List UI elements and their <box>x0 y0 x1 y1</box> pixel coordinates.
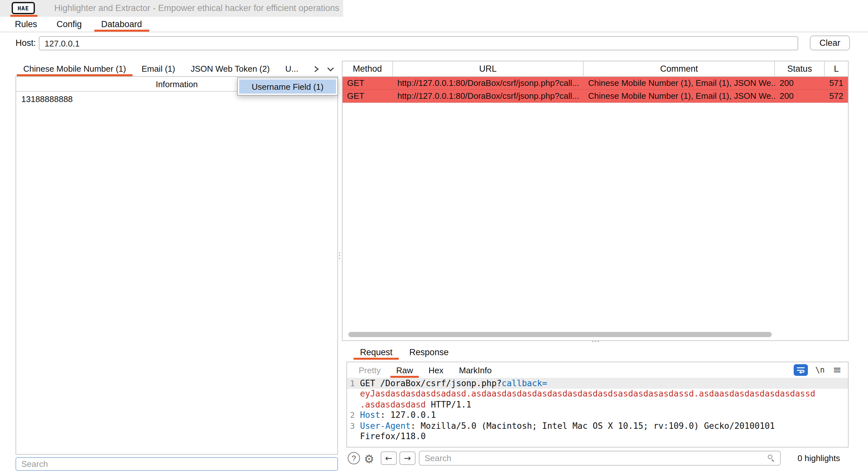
line-number: 3 <box>350 421 360 431</box>
cell-url: http://127.0.0.1:80/DoraBox/csrf/jsonp.p… <box>393 77 584 89</box>
tab-overflow-chevron-down-icon[interactable] <box>325 64 335 74</box>
tab-scroll-right-icon[interactable] <box>311 64 321 74</box>
tab-chinese-mobile-number[interactable]: Chinese Mobile Number (1) <box>16 61 134 76</box>
window-titlebar: HAE Highlighter and Extractor - Empower … <box>0 0 343 17</box>
cell-length: 571 <box>825 77 848 89</box>
tab-rules[interactable]: Rules <box>5 17 47 32</box>
tab-response[interactable]: Response <box>401 344 457 360</box>
cell-length: 572 <box>825 90 848 102</box>
code-text: : 127.0.0.1 <box>380 410 436 420</box>
horizontal-scrollbar[interactable] <box>348 332 772 337</box>
code-text: GET /DoraBox/csrf/jsonp.php? <box>360 378 501 388</box>
tab-config[interactable]: Config <box>47 17 91 32</box>
help-icon[interactable]: ? <box>348 452 360 464</box>
host-input[interactable] <box>39 36 798 50</box>
tab-pretty[interactable]: Pretty <box>351 362 389 378</box>
requests-table-header: Method URL Comment Status L <box>343 61 848 77</box>
table-row[interactable]: GET http://127.0.0.1:80/DoraBox/csrf/jso… <box>343 90 848 103</box>
code-line: 3User-Agent: Mozilla/5.0 (Macintosh; Int… <box>347 420 848 431</box>
code-line: 1GET /DoraBox/csrf/jsonp.php?callback= <box>347 378 848 388</box>
column-header-comment[interactable]: Comment <box>584 61 775 76</box>
tab-json-web-token[interactable]: JSON Web Token (2) <box>183 61 278 76</box>
search-icon <box>768 454 775 462</box>
request-raw-view[interactable]: 1GET /DoraBox/csrf/jsonp.php?callback= e… <box>347 378 848 447</box>
message-editor: Pretty Raw Hex MarkInfo \n ≡ 1GET /DoraB… <box>346 362 848 447</box>
vertical-splitter-grip[interactable]: ⋮ <box>335 250 344 260</box>
message-tabbar: Request Response <box>346 344 848 360</box>
datatype-tabbar: Chinese Mobile Number (1) Email (1) JSON… <box>16 61 338 76</box>
cell-url: http://127.0.0.1:80/DoraBox/csrf/jsonp.p… <box>393 90 584 102</box>
code-text: Firefox/118.0 <box>360 432 426 441</box>
editor-search-input[interactable] <box>419 451 781 466</box>
window-title: Highlighter and Extractor - Empower ethi… <box>54 0 339 17</box>
tab-username-field-truncated[interactable]: U... <box>278 61 306 76</box>
code-text: HTTP/1.1 <box>426 400 471 409</box>
show-newlines-toggle-icon[interactable]: \n <box>815 364 825 376</box>
line-number: 2 <box>350 410 360 420</box>
tab-hex[interactable]: Hex <box>421 362 451 378</box>
code-text: User-Agent <box>360 421 411 431</box>
dropdown-item-username-field[interactable]: Username Field (1) <box>239 79 336 94</box>
tab-markinfo[interactable]: MarkInfo <box>451 362 499 378</box>
information-table: Information 13188888888 <box>16 76 338 454</box>
information-search-input[interactable] <box>16 457 338 471</box>
clear-button[interactable]: Clear <box>810 36 850 50</box>
column-header-status[interactable]: Status <box>775 61 825 76</box>
code-line: 2Host: 127.0.0.1 <box>347 410 848 420</box>
host-label: Host: <box>16 36 36 50</box>
cell-status: 200 <box>775 90 825 102</box>
line-number: 1 <box>350 378 360 388</box>
editor-view-tabbar: Pretty Raw Hex MarkInfo \n ≡ <box>347 362 848 378</box>
column-header-method[interactable]: Method <box>343 61 393 76</box>
cell-method: GET <box>343 77 393 89</box>
code-text: : Mozilla/5.0 (Macintosh; Intel Mac OS X… <box>411 421 775 431</box>
gear-icon[interactable]: ⚙ <box>364 451 374 466</box>
code-line: Firefox/118.0 <box>347 431 848 442</box>
cell-comment: Chinese Mobile Number (1), Email (1), JS… <box>584 77 775 89</box>
cell-comment: Chinese Mobile Number (1), Email (1), JS… <box>584 90 775 102</box>
cell-status: 200 <box>775 77 825 89</box>
code-text: Host <box>360 410 380 420</box>
tab-request[interactable]: Request <box>351 344 401 360</box>
code-line: eyJasdasdasdasdsadasd.asdaasdasdasdasdas… <box>347 388 848 399</box>
column-header-url[interactable]: URL <box>393 61 584 76</box>
code-text: eyJasdasdasdasdsadasd.asdaasdasdasdasdas… <box>360 389 815 399</box>
hae-logo-icon[interactable]: HAE <box>12 2 35 14</box>
search-prev-button[interactable]: ← <box>381 451 397 465</box>
cell-method: GET <box>343 90 393 102</box>
code-line: .asdasdasdasd HTTP/1.1 <box>347 399 848 410</box>
main-nav: Rules Config Databoard <box>0 17 868 32</box>
editor-footer: ? ⚙ ← → 0 highlights <box>346 449 848 470</box>
highlights-count: 0 highlights <box>798 453 840 463</box>
code-text: callback= <box>501 378 547 388</box>
tab-raw[interactable]: Raw <box>389 362 421 378</box>
tab-databoard[interactable]: Databoard <box>91 17 152 32</box>
column-header-length[interactable]: L <box>825 61 848 76</box>
requests-table: Method URL Comment Status L GET http://1… <box>342 61 848 341</box>
word-wrap-toggle-icon[interactable] <box>794 364 808 376</box>
tab-overflow-dropdown: Username Field (1) <box>237 77 338 96</box>
tab-email[interactable]: Email (1) <box>134 61 183 76</box>
table-row[interactable]: GET http://127.0.0.1:80/DoraBox/csrf/jso… <box>343 77 848 90</box>
editor-menu-icon[interactable]: ≡ <box>833 364 841 375</box>
search-next-button[interactable]: → <box>399 451 415 465</box>
hae-window: HAE Highlighter and Extractor - Empower … <box>0 0 868 474</box>
code-text: .asdasdasdasd <box>360 400 426 409</box>
